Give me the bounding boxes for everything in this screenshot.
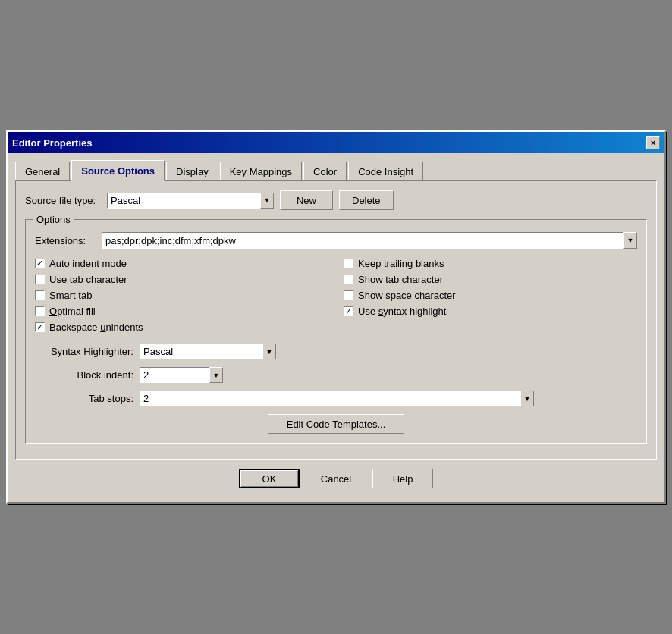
title-bar: Editor Properties × [8, 132, 664, 153]
delete-button[interactable]: Delete [339, 190, 394, 210]
tab-content-source-options: Source file type: Pascal ▼ New Delete Op… [15, 180, 657, 460]
backspace-unindents-label: Backspace unindents [49, 322, 143, 333]
block-indent-row: Block indent: 2 ▼ [35, 367, 637, 383]
syntax-highlighter-select[interactable]: Pascal [140, 344, 276, 359]
source-file-type-select-wrapper: Pascal ▼ [107, 193, 274, 209]
tab-display[interactable]: Display [166, 162, 218, 181]
use-syntax-checkbox[interactable] [344, 306, 353, 316]
checkbox-show-tab: Show tab character [344, 274, 637, 285]
extensions-label: Extensions: [35, 235, 96, 246]
tab-source-options[interactable]: Source Options [71, 160, 165, 181]
checkbox-keep-trailing: Keep trailing blanks [344, 258, 637, 269]
syntax-highlighter-row: Syntax Highlighter: Pascal ▼ [35, 344, 637, 359]
options-group: Options Extensions: ▼ Auto indent mode [25, 219, 647, 444]
tab-general[interactable]: General [15, 162, 70, 181]
tab-key-mappings[interactable]: Key Mappings [220, 162, 302, 181]
show-space-label: Show space character [358, 290, 456, 301]
syntax-highlighter-select-wrapper: Pascal ▼ [140, 344, 276, 359]
auto-indent-checkbox[interactable] [35, 259, 45, 268]
edit-code-templates-wrapper: Edit Code Templates... [35, 414, 637, 434]
tab-stops-select[interactable]: 2 [140, 391, 534, 406]
smart-tab-label: Smart tab [49, 290, 92, 301]
keep-trailing-checkbox[interactable] [344, 259, 353, 268]
ok-button[interactable]: OK [239, 469, 300, 488]
dialog-title: Editor Properties [12, 137, 92, 149]
empty-cell [344, 322, 637, 333]
dialog-body: General Source Options Display Key Mappi… [8, 153, 664, 502]
block-indent-label: Block indent: [35, 369, 133, 381]
checkbox-optimal-fill: Optimal fill [35, 306, 328, 317]
options-group-label: Options [33, 214, 74, 225]
tab-stops-select-wrapper: 2 ▼ [140, 391, 534, 406]
extensions-input-wrapper: ▼ [102, 232, 637, 249]
extensions-row: Extensions: ▼ [35, 232, 637, 249]
editor-properties-dialog: Editor Properties × General Source Optio… [6, 130, 666, 504]
tab-color[interactable]: Color [303, 162, 347, 181]
checkbox-backspace-unindents: Backspace unindents [35, 322, 328, 333]
use-syntax-label: Use syntax highlight [358, 306, 446, 317]
checkbox-use-syntax: Use syntax highlight [344, 306, 637, 317]
show-space-checkbox[interactable] [344, 290, 353, 300]
checkbox-show-space: Show space character [344, 290, 637, 301]
block-indent-select-wrapper: 2 ▼ [140, 367, 223, 383]
checkbox-smart-tab: Smart tab [35, 290, 328, 301]
syntax-highlighter-label: Syntax Highlighter: [35, 346, 133, 357]
block-indent-select[interactable]: 2 [140, 367, 223, 383]
cancel-button[interactable]: Cancel [306, 469, 366, 488]
optimal-fill-checkbox[interactable] [35, 306, 45, 316]
tab-bar: General Source Options Display Key Mappi… [15, 159, 657, 180]
checkbox-auto-indent: Auto indent mode [35, 258, 328, 269]
checkbox-use-tab-char: Use tab character [35, 274, 328, 285]
auto-indent-label: Auto indent mode [49, 258, 127, 269]
smart-tab-checkbox[interactable] [35, 290, 45, 300]
tab-stops-row: Tab stops: 2 ▼ [35, 391, 637, 406]
use-tab-char-checkbox[interactable] [35, 275, 45, 284]
optimal-fill-label: Optimal fill [49, 306, 96, 317]
source-file-type-select[interactable]: Pascal [107, 193, 274, 209]
help-button[interactable]: Help [372, 469, 433, 488]
tab-stops-label: Tab stops: [35, 393, 133, 404]
show-tab-label: Show tab character [358, 274, 443, 285]
tab-code-insight[interactable]: Code Insight [348, 162, 423, 181]
bottom-buttons: OK Cancel Help [15, 460, 657, 494]
source-file-type-label: Source file type: [25, 195, 101, 206]
extensions-input[interactable] [102, 232, 637, 249]
source-file-type-row: Source file type: Pascal ▼ New Delete [25, 190, 647, 210]
new-button[interactable]: New [280, 190, 333, 210]
keep-trailing-label: Keep trailing blanks [358, 258, 444, 269]
checkboxes-grid: Auto indent mode Keep trailing blanks Us… [35, 258, 637, 333]
use-tab-char-label: Use tab character [49, 274, 127, 285]
backspace-unindents-checkbox[interactable] [35, 322, 45, 332]
close-button[interactable]: × [646, 136, 660, 149]
edit-code-templates-button[interactable]: Edit Code Templates... [268, 414, 404, 434]
show-tab-checkbox[interactable] [344, 275, 353, 284]
